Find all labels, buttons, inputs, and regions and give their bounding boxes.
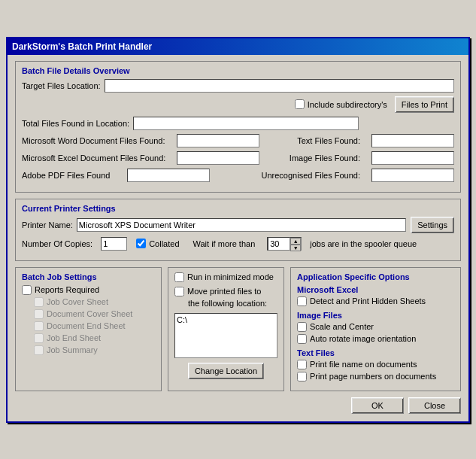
- job-cover-sheet-row: Job Cover Sheet: [34, 297, 155, 307]
- image-files-input[interactable]: [371, 151, 454, 165]
- total-files-input[interactable]: [133, 117, 359, 130]
- main-window: DarkStorm's Batch Print Handler Batch Fi…: [6, 37, 470, 423]
- location-textarea[interactable]: C:\: [174, 313, 277, 358]
- include-subdirs-row: Include subdirectory's Files to Print: [22, 96, 454, 113]
- scale-center-checkbox[interactable]: [297, 322, 307, 332]
- wait-spinner-down[interactable]: ▼: [290, 245, 301, 251]
- print-file-name-label: Print file name on documents: [310, 360, 417, 369]
- printer-settings-group: Current Printer Settings Printer Name: S…: [15, 199, 461, 261]
- app-options-group: Application Specific Options Microsoft E…: [290, 267, 461, 391]
- print-file-name-row: Print file name on documents: [297, 360, 454, 369]
- move-printed-checkbox[interactable]: [174, 287, 184, 296]
- copies-row: Number Of Copies: Collated Wait if more …: [22, 237, 454, 251]
- ms-excel-label: Microsoft Excel: [297, 285, 454, 294]
- footer-buttons: OK Close: [15, 397, 461, 414]
- document-end-sheet-label: Document End Sheet: [47, 321, 126, 330]
- job-cover-sheet-label: Job Cover Sheet: [47, 297, 108, 306]
- collated-label: Collated: [149, 239, 179, 248]
- job-summary-row: Job Summary: [34, 345, 155, 355]
- auto-rotate-row: Auto rotate image orientation: [297, 334, 454, 344]
- change-location-button[interactable]: Change Location: [188, 363, 264, 379]
- following-location-label: the following location:: [188, 299, 267, 308]
- document-cover-sheet-checkbox[interactable]: [34, 309, 44, 319]
- copies-input[interactable]: [101, 237, 127, 251]
- image-files-label: Image Files Found:: [290, 154, 360, 163]
- scale-center-label: Scale and Center: [310, 322, 374, 331]
- wait-label: Wait if more than: [193, 239, 256, 248]
- scale-center-row: Scale and Center: [297, 322, 454, 332]
- print-page-numbers-checkbox[interactable]: [297, 372, 307, 381]
- auto-rotate-checkbox[interactable]: [297, 334, 307, 344]
- word-text-row: Microsoft Word Document Files Found: Tex…: [22, 134, 454, 147]
- close-button[interactable]: Close: [408, 397, 461, 414]
- word-files-input[interactable]: [177, 134, 259, 147]
- move-printed-row: Move printed files to: [174, 287, 277, 296]
- detect-print-hidden-row: Detect and Print Hidden Sheets: [297, 296, 454, 306]
- document-end-sheet-row: Document End Sheet: [34, 321, 155, 331]
- unrecognised-files-label: Unrecognised Files Found:: [262, 171, 360, 180]
- include-subdirs-checkbox[interactable]: [295, 99, 305, 109]
- wait-spinner-up[interactable]: ▲: [290, 238, 301, 245]
- pdf-files-input[interactable]: [127, 169, 210, 182]
- reports-required-label: Reports Required: [35, 285, 99, 294]
- target-files-input[interactable]: [105, 79, 454, 93]
- total-files-row: Total Files Found in Location:: [22, 117, 454, 130]
- job-summary-label: Job Summary: [47, 345, 98, 354]
- printer-name-input[interactable]: [77, 218, 406, 232]
- batch-file-details-group: Batch File Details Overview Target Files…: [15, 61, 461, 193]
- batch-job-settings-label: Batch Job Settings: [22, 272, 155, 281]
- printer-settings-label: Current Printer Settings: [22, 204, 454, 213]
- document-cover-sheet-label: Document Cover Sheet: [47, 309, 132, 318]
- printer-name-row: Printer Name: Settings: [22, 217, 454, 233]
- include-subdirs-label: Include subdirectory's: [308, 100, 387, 109]
- text-files-section: Text Files Print file name on documents …: [297, 348, 454, 381]
- bottom-section: Batch Job Settings Reports Required Job …: [15, 267, 461, 391]
- print-file-name-checkbox[interactable]: [297, 360, 307, 369]
- printer-name-label: Printer Name:: [22, 220, 73, 230]
- job-summary-checkbox[interactable]: [34, 345, 44, 355]
- excel-files-input[interactable]: [177, 151, 259, 165]
- run-minimized-checkbox[interactable]: [174, 272, 184, 282]
- collated-checkbox[interactable]: [136, 239, 146, 248]
- word-files-label: Microsoft Word Document Files Found:: [22, 136, 165, 145]
- job-end-sheet-label: Job End Sheet: [47, 333, 101, 342]
- spooler-label: jobs are in the spooler queue: [310, 239, 417, 248]
- collated-checkbox-label[interactable]: Collated: [136, 239, 179, 248]
- unrecognised-files-input[interactable]: [371, 169, 454, 182]
- detect-print-hidden-checkbox[interactable]: [297, 296, 307, 306]
- text-files-label: Text Files Found:: [297, 136, 360, 145]
- wait-value-input[interactable]: [268, 237, 290, 251]
- job-end-sheet-row: Job End Sheet: [34, 333, 155, 343]
- run-minimized-row: Run in minimized mode: [174, 272, 277, 282]
- batch-file-details-label: Batch File Details Overview: [22, 66, 454, 75]
- job-cover-sheet-checkbox[interactable]: [34, 297, 44, 307]
- text-files-options-label: Text Files: [297, 348, 454, 357]
- text-files-input[interactable]: [371, 134, 454, 147]
- ms-excel-section: Microsoft Excel Detect and Print Hidden …: [297, 285, 454, 306]
- include-subdirs-checkbox-label[interactable]: Include subdirectory's: [295, 99, 387, 109]
- printer-settings-button[interactable]: Settings: [411, 217, 454, 233]
- print-page-numbers-label: Print page numbers on documents: [310, 372, 436, 381]
- pdf-unrecognised-row: Adobe PDF Files Found Unrecognised Files…: [22, 169, 454, 182]
- wait-spinner[interactable]: ▲ ▼: [290, 238, 301, 250]
- run-minimized-label: Run in minimized mode: [187, 272, 274, 281]
- app-options-label: Application Specific Options: [297, 272, 454, 281]
- copies-label: Number Of Copies:: [22, 239, 92, 248]
- files-to-print-button[interactable]: Files to Print: [395, 96, 454, 113]
- excel-files-label: Microsoft Excel Document Files Found:: [22, 154, 165, 163]
- pdf-files-label: Adobe PDF Files Found: [22, 171, 110, 180]
- ok-button[interactable]: OK: [351, 397, 404, 414]
- reports-required-row: Reports Required: [22, 285, 155, 295]
- reports-required-checkbox[interactable]: [22, 285, 32, 295]
- detect-print-hidden-label: Detect and Print Hidden Sheets: [310, 296, 426, 305]
- target-files-label: Target Files Location:: [22, 81, 101, 90]
- target-files-row: Target Files Location:: [22, 79, 454, 93]
- auto-rotate-label: Auto rotate image orientation: [310, 334, 416, 343]
- document-end-sheet-checkbox[interactable]: [34, 321, 44, 331]
- job-end-sheet-checkbox[interactable]: [34, 333, 44, 343]
- document-cover-sheet-row: Document Cover Sheet: [34, 309, 155, 319]
- batch-job-settings-group: Batch Job Settings Reports Required Job …: [15, 267, 162, 391]
- excel-image-row: Microsoft Excel Document Files Found: Im…: [22, 151, 454, 165]
- print-page-numbers-row: Print page numbers on documents: [297, 372, 454, 381]
- total-files-label: Total Files Found in Location:: [22, 119, 129, 128]
